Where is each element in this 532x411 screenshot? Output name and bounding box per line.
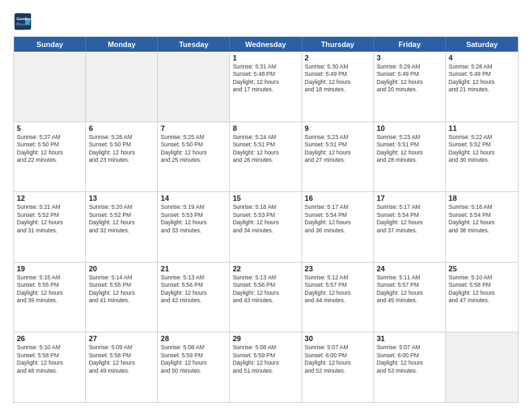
calendar-cell: 6Sunrise: 5:26 AM Sunset: 5:50 PM Daylig… — [86, 122, 158, 192]
cell-info: Sunrise: 5:07 AM Sunset: 6:00 PM Dayligh… — [377, 344, 443, 375]
calendar-header-cell: Tuesday — [158, 37, 230, 52]
cell-info: Sunrise: 5:10 AM Sunset: 5:58 PM Dayligh… — [17, 344, 83, 375]
day-number: 20 — [89, 265, 154, 273]
calendar-cell: 20Sunrise: 5:14 AM Sunset: 5:55 PM Dayli… — [86, 263, 158, 332]
day-number: 13 — [89, 194, 154, 202]
cell-info: Sunrise: 5:13 AM Sunset: 5:56 PM Dayligh… — [161, 274, 226, 305]
calendar-cell: 19Sunrise: 5:15 AM Sunset: 5:55 PM Dayli… — [14, 263, 86, 332]
calendar-week: 19Sunrise: 5:15 AM Sunset: 5:55 PM Dayli… — [14, 263, 518, 333]
day-number: 6 — [89, 124, 154, 132]
day-number: 11 — [449, 124, 515, 132]
cell-info: Sunrise: 5:14 AM Sunset: 5:55 PM Dayligh… — [89, 274, 154, 305]
cell-info: Sunrise: 5:07 AM Sunset: 6:00 PM Dayligh… — [305, 344, 371, 375]
calendar-week: 26Sunrise: 5:10 AM Sunset: 5:58 PM Dayli… — [14, 332, 518, 402]
day-number: 31 — [377, 334, 443, 342]
cell-info: Sunrise: 5:17 AM Sunset: 5:54 PM Dayligh… — [305, 203, 371, 234]
day-number: 10 — [377, 124, 443, 132]
cell-info: Sunrise: 5:09 AM Sunset: 5:58 PM Dayligh… — [89, 344, 154, 375]
cell-info: Sunrise: 5:30 AM Sunset: 5:49 PM Dayligh… — [305, 63, 371, 94]
day-number: 7 — [161, 124, 226, 132]
calendar-cell: 22Sunrise: 5:13 AM Sunset: 5:56 PM Dayli… — [230, 263, 302, 332]
cell-info: Sunrise: 5:24 AM Sunset: 5:51 PM Dayligh… — [232, 134, 298, 165]
cell-info: Sunrise: 5:29 AM Sunset: 5:49 PM Dayligh… — [377, 63, 443, 94]
logo-icon: General Blue — [13, 12, 32, 31]
cell-info: Sunrise: 5:17 AM Sunset: 5:54 PM Dayligh… — [377, 203, 443, 234]
cell-info: Sunrise: 5:11 AM Sunset: 5:57 PM Dayligh… — [377, 274, 443, 305]
day-number: 2 — [305, 54, 371, 62]
calendar-header-cell: Thursday — [302, 37, 374, 52]
calendar-header-cell: Monday — [86, 37, 158, 52]
calendar: SundayMondayTuesdayWednesdayThursdayFrid… — [13, 36, 519, 403]
cell-info: Sunrise: 5:31 AM Sunset: 5:48 PM Dayligh… — [232, 63, 298, 94]
calendar-cell — [158, 52, 230, 122]
calendar-cell: 1Sunrise: 5:31 AM Sunset: 5:48 PM Daylig… — [230, 52, 302, 122]
day-number: 3 — [377, 54, 443, 62]
cell-info: Sunrise: 5:08 AM Sunset: 5:59 PM Dayligh… — [232, 344, 298, 375]
day-number: 24 — [377, 265, 443, 273]
calendar-cell: 23Sunrise: 5:12 AM Sunset: 5:57 PM Dayli… — [302, 263, 374, 332]
cell-info: Sunrise: 5:15 AM Sunset: 5:55 PM Dayligh… — [17, 274, 83, 305]
calendar-cell: 26Sunrise: 5:10 AM Sunset: 5:58 PM Dayli… — [14, 332, 86, 402]
calendar-cell: 3Sunrise: 5:29 AM Sunset: 5:49 PM Daylig… — [374, 52, 446, 122]
calendar-cell: 11Sunrise: 5:22 AM Sunset: 5:52 PM Dayli… — [446, 122, 518, 192]
day-number: 30 — [305, 334, 371, 342]
day-number: 14 — [161, 194, 226, 202]
day-number: 1 — [232, 54, 298, 62]
calendar-cell: 31Sunrise: 5:07 AM Sunset: 6:00 PM Dayli… — [374, 332, 446, 402]
day-number: 8 — [232, 124, 298, 132]
calendar-header-cell: Wednesday — [230, 37, 302, 52]
calendar-cell: 25Sunrise: 5:10 AM Sunset: 5:58 PM Dayli… — [446, 263, 518, 332]
cell-info: Sunrise: 5:10 AM Sunset: 5:58 PM Dayligh… — [449, 274, 515, 305]
calendar-cell: 16Sunrise: 5:17 AM Sunset: 5:54 PM Dayli… — [302, 192, 374, 262]
calendar-cell: 7Sunrise: 5:25 AM Sunset: 5:50 PM Daylig… — [158, 122, 230, 192]
day-number: 27 — [89, 334, 154, 342]
day-number: 19 — [17, 265, 83, 273]
page: General Blue SundayMondayTuesdayWednesda… — [0, 0, 532, 411]
day-number: 9 — [305, 124, 371, 132]
day-number: 4 — [449, 54, 515, 62]
calendar-cell: 21Sunrise: 5:13 AM Sunset: 5:56 PM Dayli… — [158, 263, 230, 332]
cell-info: Sunrise: 5:12 AM Sunset: 5:57 PM Dayligh… — [305, 274, 371, 305]
calendar-cell: 14Sunrise: 5:19 AM Sunset: 5:53 PM Dayli… — [158, 192, 230, 262]
calendar-cell: 4Sunrise: 5:28 AM Sunset: 5:49 PM Daylig… — [446, 52, 518, 122]
cell-info: Sunrise: 5:08 AM Sunset: 5:59 PM Dayligh… — [161, 344, 226, 375]
svg-text:General: General — [16, 16, 32, 21]
cell-info: Sunrise: 5:27 AM Sunset: 5:50 PM Dayligh… — [17, 134, 83, 165]
calendar-cell — [14, 52, 86, 122]
calendar-cell: 29Sunrise: 5:08 AM Sunset: 5:59 PM Dayli… — [230, 332, 302, 402]
cell-info: Sunrise: 5:28 AM Sunset: 5:49 PM Dayligh… — [449, 63, 515, 94]
cell-info: Sunrise: 5:19 AM Sunset: 5:53 PM Dayligh… — [161, 203, 226, 234]
calendar-cell: 5Sunrise: 5:27 AM Sunset: 5:50 PM Daylig… — [14, 122, 86, 192]
calendar-header-cell: Saturday — [446, 37, 518, 52]
calendar-cell — [86, 52, 158, 122]
day-number: 25 — [449, 265, 515, 273]
cell-info: Sunrise: 5:13 AM Sunset: 5:56 PM Dayligh… — [232, 274, 298, 305]
day-number: 26 — [17, 334, 83, 342]
calendar-header-cell: Friday — [374, 37, 446, 52]
calendar-cell: 10Sunrise: 5:23 AM Sunset: 5:51 PM Dayli… — [374, 122, 446, 192]
day-number: 22 — [232, 265, 298, 273]
calendar-week: 1Sunrise: 5:31 AM Sunset: 5:48 PM Daylig… — [14, 52, 518, 122]
day-number: 23 — [305, 265, 371, 273]
cell-info: Sunrise: 5:23 AM Sunset: 5:51 PM Dayligh… — [305, 134, 371, 165]
day-number: 17 — [377, 194, 443, 202]
day-number: 15 — [232, 194, 298, 202]
calendar-cell: 28Sunrise: 5:08 AM Sunset: 5:59 PM Dayli… — [158, 332, 230, 402]
calendar-week: 12Sunrise: 5:21 AM Sunset: 5:52 PM Dayli… — [14, 192, 518, 263]
header: General Blue — [13, 12, 519, 31]
day-number: 18 — [449, 194, 515, 202]
calendar-cell: 27Sunrise: 5:09 AM Sunset: 5:58 PM Dayli… — [86, 332, 158, 402]
calendar-cell: 17Sunrise: 5:17 AM Sunset: 5:54 PM Dayli… — [374, 192, 446, 262]
day-number: 16 — [305, 194, 371, 202]
day-number: 28 — [161, 334, 226, 342]
logo: General Blue — [13, 12, 32, 31]
calendar-cell: 9Sunrise: 5:23 AM Sunset: 5:51 PM Daylig… — [302, 122, 374, 192]
day-number: 29 — [232, 334, 298, 342]
calendar-cell: 12Sunrise: 5:21 AM Sunset: 5:52 PM Dayli… — [14, 192, 86, 262]
calendar-cell: 30Sunrise: 5:07 AM Sunset: 6:00 PM Dayli… — [302, 332, 374, 402]
calendar-header-cell: Sunday — [14, 37, 86, 52]
day-number: 12 — [17, 194, 83, 202]
cell-info: Sunrise: 5:21 AM Sunset: 5:52 PM Dayligh… — [17, 203, 83, 234]
calendar-cell — [446, 332, 518, 402]
calendar-cell: 13Sunrise: 5:20 AM Sunset: 5:52 PM Dayli… — [86, 192, 158, 262]
